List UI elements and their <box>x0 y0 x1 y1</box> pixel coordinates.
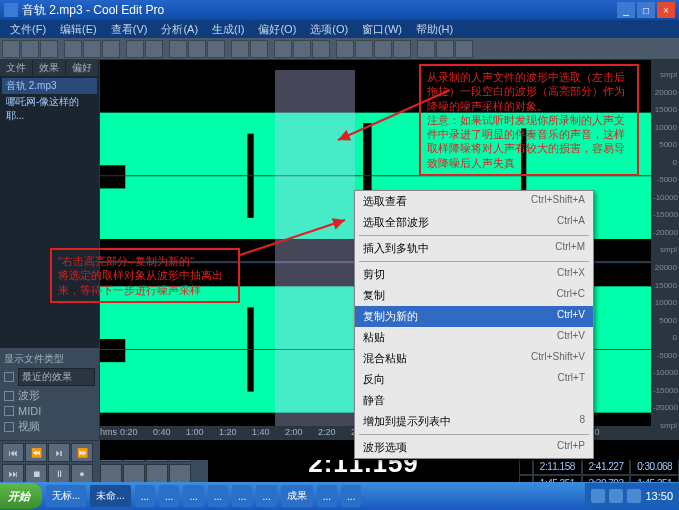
menu-item[interactable]: 窗口(W) <box>356 22 408 37</box>
context-menu-item[interactable]: 复制为新的Ctrl+V <box>355 306 593 327</box>
taskbar-item[interactable]: 无标... <box>46 485 86 507</box>
menu-item[interactable]: 帮助(H) <box>410 22 459 37</box>
transport-button[interactable]: ⏸ <box>48 464 70 483</box>
transport-button[interactable]: ⏪ <box>25 443 47 462</box>
taskbar-item[interactable]: 成果 <box>281 485 313 507</box>
file-item[interactable]: 哪吒网-像这样的耶... <box>2 94 97 124</box>
taskbar-item[interactable]: 未命... <box>90 485 130 507</box>
taskbar-item[interactable]: ... <box>232 485 252 507</box>
zoom-button[interactable] <box>169 464 191 483</box>
waveform-selection[interactable] <box>275 70 355 426</box>
toolbar-button[interactable] <box>312 40 330 58</box>
toolbar-button[interactable] <box>2 40 20 58</box>
toolbar-button[interactable] <box>393 40 411 58</box>
midi-check[interactable] <box>4 406 14 416</box>
annotation-1: 从录制的人声文件的波形中选取（左击后拖拉）一段空白的波形（高亮部分）作为降噪的噪… <box>419 64 639 176</box>
menu-item[interactable]: 分析(A) <box>155 22 204 37</box>
toolbar-button[interactable] <box>336 40 354 58</box>
transport-button[interactable]: ⏩ <box>71 443 93 462</box>
toolbar-button[interactable] <box>145 40 163 58</box>
clock: 13:50 <box>645 490 673 502</box>
toolbar-button[interactable] <box>250 40 268 58</box>
context-menu-item[interactable]: 选取全部波形Ctrl+A <box>355 212 593 233</box>
video-check[interactable] <box>4 422 14 432</box>
file-list: 音轨 2.mp3哪吒网-像这样的耶... <box>0 76 99 348</box>
amplitude-ruler: smpl20000150001000050000-5000-10000-1500… <box>651 60 679 440</box>
maximize-button[interactable]: □ <box>637 2 655 18</box>
show-file-types-label: 显示文件类型 <box>4 352 95 366</box>
wave-checkbox[interactable] <box>4 372 14 382</box>
toolbar-button[interactable] <box>355 40 373 58</box>
tray-icon[interactable] <box>591 489 605 503</box>
panel-tab[interactable]: 文件 <box>0 60 33 76</box>
system-tray[interactable]: 13:50 <box>585 483 679 509</box>
svg-rect-4 <box>100 339 125 362</box>
toolbar-button[interactable] <box>207 40 225 58</box>
start-button[interactable]: 开始 <box>0 483 42 509</box>
tray-icon[interactable] <box>609 489 623 503</box>
wave-check[interactable] <box>4 391 14 401</box>
taskbar-item[interactable]: ... <box>135 485 155 507</box>
toolbar-button[interactable] <box>274 40 292 58</box>
time-cell: 2:41.227 <box>582 458 631 475</box>
taskbar-item[interactable]: ... <box>208 485 228 507</box>
taskbar-item[interactable]: ... <box>159 485 179 507</box>
time-cell: 2:11.158 <box>533 458 582 475</box>
context-menu-item[interactable]: 增加到提示列表中8 <box>355 411 593 432</box>
panel-tab[interactable]: 效果 <box>33 60 66 76</box>
menu-item[interactable]: 查看(V) <box>105 22 154 37</box>
toolbar-button[interactable] <box>188 40 206 58</box>
context-menu-item[interactable]: 复制Ctrl+C <box>355 285 593 306</box>
toolbar-button[interactable] <box>374 40 392 58</box>
taskbar-item[interactable]: ... <box>183 485 203 507</box>
close-button[interactable]: × <box>657 2 675 18</box>
menu-item[interactable]: 编辑(E) <box>54 22 103 37</box>
toolbar-button[interactable] <box>436 40 454 58</box>
app-icon <box>4 3 18 17</box>
toolbar-button[interactable] <box>83 40 101 58</box>
transport-button[interactable]: ⏭ <box>2 464 24 483</box>
toolbar-button[interactable] <box>455 40 473 58</box>
menu-item[interactable]: 生成(I) <box>206 22 250 37</box>
context-menu-item[interactable]: 剪切Ctrl+X <box>355 264 593 285</box>
toolbar-button[interactable] <box>417 40 435 58</box>
annotation-2: "右击高亮部分--复制为新的"将选定的取样对象从波形中抽离出来，等待下一步进行噪… <box>50 248 240 303</box>
context-menu-item[interactable]: 粘贴Ctrl+V <box>355 327 593 348</box>
file-item[interactable]: 音轨 2.mp3 <box>2 78 97 94</box>
menu-item[interactable]: 偏好(O) <box>252 22 302 37</box>
titlebar: 音轨 2.mp3 - Cool Edit Pro _ □ × <box>0 0 679 20</box>
recent-dropdown[interactable]: 最近的效果 <box>18 368 95 386</box>
zoom-button[interactable] <box>146 464 168 483</box>
waveform-area[interactable]: smpl20000150001000050000-5000-10000-1500… <box>100 60 679 440</box>
context-menu-item[interactable]: 波形选项Ctrl+P <box>355 437 593 458</box>
context-menu-item[interactable]: 插入到多轨中Ctrl+M <box>355 238 593 259</box>
transport-button[interactable]: ⏹ <box>25 464 47 483</box>
transport-button[interactable]: ⏮ <box>2 443 24 462</box>
minimize-button[interactable]: _ <box>617 2 635 18</box>
context-menu: 选取查看Ctrl+Shift+A选取全部波形Ctrl+A插入到多轨中Ctrl+M… <box>354 190 594 459</box>
taskbar-item[interactable]: ... <box>317 485 337 507</box>
context-menu-item[interactable]: 选取查看Ctrl+Shift+A <box>355 191 593 212</box>
toolbar-button[interactable] <box>102 40 120 58</box>
toolbar-button[interactable] <box>21 40 39 58</box>
toolbar-button[interactable] <box>169 40 187 58</box>
context-menu-item[interactable]: 静音 <box>355 390 593 411</box>
transport-button[interactable]: ⏯ <box>48 443 70 462</box>
menu-item[interactable]: 文件(F) <box>4 22 52 37</box>
zoom-button[interactable] <box>123 464 145 483</box>
menubar: 文件(F)编辑(E)查看(V)分析(A)生成(I)偏好(O)选项(O)窗口(W)… <box>0 20 679 38</box>
menu-item[interactable]: 选项(O) <box>304 22 354 37</box>
toolbar-button[interactable] <box>293 40 311 58</box>
transport-button[interactable]: ● <box>71 464 93 483</box>
zoom-button[interactable] <box>100 464 122 483</box>
toolbar-button[interactable] <box>64 40 82 58</box>
context-menu-item[interactable]: 反向Ctrl+T <box>355 369 593 390</box>
taskbar-item[interactable]: ... <box>256 485 276 507</box>
tray-icon[interactable] <box>627 489 641 503</box>
toolbar-button[interactable] <box>40 40 58 58</box>
taskbar-item[interactable]: ... <box>341 485 361 507</box>
context-menu-item[interactable]: 混合粘贴Ctrl+Shift+V <box>355 348 593 369</box>
toolbar-button[interactable] <box>231 40 249 58</box>
panel-tab[interactable]: 偏好 <box>66 60 99 76</box>
toolbar-button[interactable] <box>126 40 144 58</box>
